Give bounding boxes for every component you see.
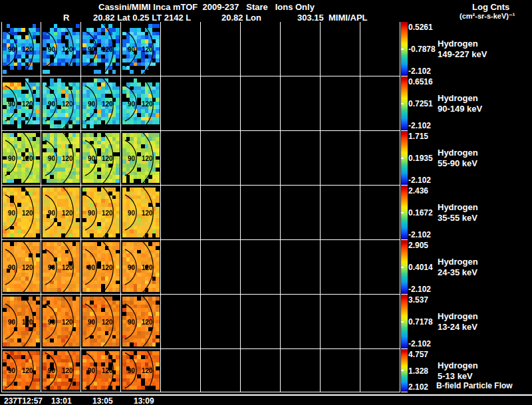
heatmap-panel (3, 242, 40, 292)
colorbar-mid-label: 0.7178 (408, 317, 433, 327)
heatmap-panel (122, 78, 160, 128)
colorbar-mid-tick (401, 103, 404, 104)
bfield-particle-flow-label: B-field Particle Flow (436, 381, 513, 390)
grid-cell (281, 186, 321, 240)
heatmap-panel (3, 24, 40, 74)
grid-cell (241, 240, 281, 295)
colorbar-max-label: 2.905 (408, 241, 428, 250)
heatmap-panel (122, 133, 160, 183)
colorbar-segment (401, 22, 408, 76)
colorbar (401, 22, 408, 392)
colorbar-max-label: 0.5261 (408, 23, 433, 32)
grid-cell (281, 22, 321, 76)
grid-cell (321, 240, 360, 295)
colorbar-min-label: -2.102 (408, 285, 431, 294)
colorbar-min-label: -2.102 (408, 67, 431, 76)
log-counts-units-formula: (cm²-sr-s-keV)⁻¹ (460, 12, 515, 21)
colorbar-mid-label: -0.7878 (408, 45, 436, 54)
heatmap-panel (43, 188, 80, 237)
grid-cell (201, 186, 241, 240)
grid-cell (161, 22, 201, 76)
heatmap-panel (122, 351, 160, 390)
grid-cell (281, 295, 321, 349)
ephemeris-lat-lt-l: 20.82 Lat 0.25 LT 2142 L (93, 13, 191, 23)
grid-cell (360, 349, 400, 392)
channel-label: Hydrogen 90-149 keV (438, 93, 482, 114)
grid-cell (321, 295, 360, 349)
plot-title: Cassini/MIMI Inca mTOF 2009-237 Stare Io… (98, 2, 315, 12)
colorbar-segment (401, 131, 408, 186)
grid-cell (281, 76, 321, 131)
heatmap-panel (43, 133, 80, 183)
heatmap-panel (82, 297, 120, 346)
time-tick-label: 13:09 (134, 396, 154, 405)
heatmap-panel (3, 133, 40, 183)
colorbar-mid-tick (401, 321, 404, 323)
channel-label: Hydrogen 149-227 keV (438, 39, 487, 60)
instrument-label: MIMI/APL (329, 13, 368, 23)
colorbar-min-label: -2.102 (408, 230, 431, 239)
colorbar-segment (401, 295, 408, 349)
channel-label: Hydrogen 24-35 keV (438, 257, 478, 278)
colorbar-max-label: 4.757 (408, 350, 428, 359)
grid-cell (321, 349, 360, 392)
grid-cell (360, 22, 400, 76)
grid-cell (360, 76, 400, 131)
heatmap-panel (82, 133, 120, 183)
grid-cell (201, 295, 241, 349)
channel-label: Hydrogen 35-55 keV (438, 202, 478, 223)
heatmap-panel (122, 297, 160, 346)
channel-label: Hydrogen 5-13 keV (438, 360, 478, 382)
colorbar-max-label: 3.537 (408, 295, 428, 305)
heatmap-panel (43, 242, 80, 292)
colorbar-segment (401, 240, 408, 295)
grid-cell (241, 22, 281, 76)
heatmap-grid (1, 22, 400, 392)
heatmap-panel (122, 24, 160, 74)
colorbar-mid-tick (401, 267, 404, 268)
grid-cell (161, 295, 201, 349)
heatmap-panel (43, 24, 80, 74)
heatmap-panel (43, 78, 80, 128)
time-tick-label: 237T12:57 (4, 396, 43, 405)
grid-cell (161, 186, 201, 240)
colorbar-mid-tick (401, 370, 404, 371)
grid-cell (241, 295, 281, 349)
heatmap-panel (82, 24, 120, 74)
heatmap-panel (82, 188, 120, 237)
colorbar-mid-tick (401, 212, 404, 213)
grid-cell (321, 22, 360, 76)
grid-cell (321, 131, 360, 186)
grid-cell (321, 76, 360, 131)
grid-cell (241, 349, 281, 392)
grid-cell (360, 131, 400, 186)
grid-cell (201, 240, 241, 295)
grid-cell (281, 131, 321, 186)
grid-cell (201, 76, 241, 131)
channel-label: Hydrogen 55-90 keV (438, 148, 478, 169)
grid-cell (241, 131, 281, 186)
colorbar-segment (401, 186, 408, 240)
time-tick-label: 13:01 (51, 396, 72, 405)
colorbar-mid-label: 1.328 (408, 366, 428, 376)
grid-cell (321, 186, 360, 240)
colorbar-mid-label: 0.1935 (408, 154, 433, 163)
heatmap-panel (82, 351, 120, 390)
heatmap-panel (43, 351, 80, 390)
colorbar-segment (401, 76, 408, 131)
heatmap-panel (3, 188, 40, 237)
colorbar-mid-label: 0.7251 (408, 99, 433, 108)
ephemeris-lon-value: 303.15 (297, 13, 324, 23)
grid-cell (241, 76, 281, 131)
grid-cell (241, 186, 281, 240)
ephemeris-lon-label: 20.82 Lon (221, 13, 261, 23)
heatmap-panel (82, 78, 120, 128)
heatmap-panel (122, 188, 160, 237)
grid-cell (201, 349, 241, 392)
colorbar-mid-tick (401, 158, 404, 159)
grid-cell (360, 186, 400, 240)
grid-cell (161, 76, 201, 131)
colorbar-max-label: 1.715 (408, 132, 428, 141)
grid-cell (201, 22, 241, 76)
colorbar-mid-tick (401, 49, 404, 50)
